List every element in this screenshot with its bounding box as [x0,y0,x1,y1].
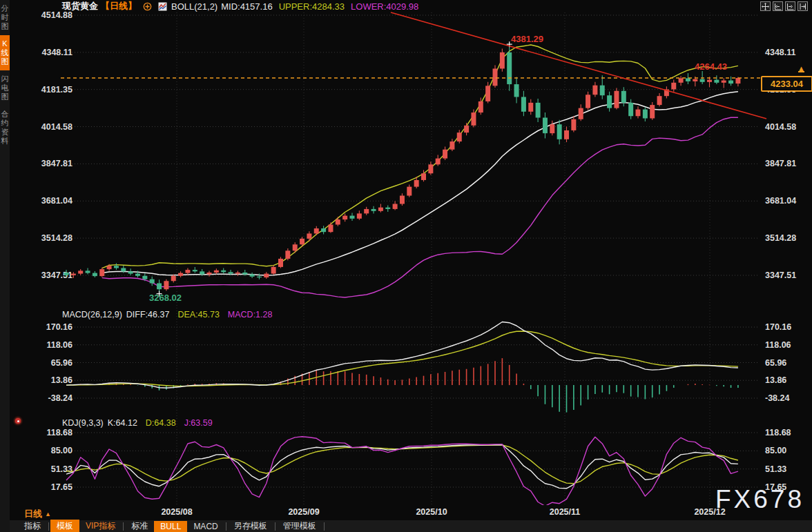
bottom-toolbar: 指标模板VIP指标标准BULLMACD另存模板管理模板 [10,520,812,532]
kdj-k-value: K:64.12 [108,418,137,428]
date-tick-label: 2025/09 [288,507,319,517]
axis-label: 170.16 [765,322,791,332]
chart-title-bar: 现货黄金 【日线】 BOLL(21,2) MID:4157.16 UPPER:4… [62,1,424,12]
last-price-badge: 4233.04 [761,76,812,92]
axis-label: 13.86 [51,375,72,385]
bottom-tab[interactable]: VIP指标 [79,520,122,532]
bottom-tab[interactable]: 模板 [50,520,79,532]
price-up-arrow-icon: ▲ [798,65,805,72]
axis-label: 65.96 [51,358,72,368]
axis-label: 3347.51 [765,270,796,280]
chevron-up-icon: ▲ [45,511,51,518]
axis-label: 3514.28 [765,233,796,243]
boll-upper-value: UPPER:4284.33 [279,1,345,12]
swing-low-label: 3268.02 [149,293,182,303]
watermark: FX678 [715,485,804,514]
macd-value: MACD:1.28 [228,310,273,319]
axis-label: 85.00 [51,446,72,455]
axis-label: -38.24 [48,393,72,403]
boll-lower-value: LOWER:4029.98 [351,1,418,12]
axis-label: 65.96 [765,358,786,368]
bottom-tab[interactable]: BULL [154,521,187,532]
axis-label: 170.16 [46,322,72,332]
symbol-name: 现货黄金 [62,0,98,12]
pan-icon[interactable] [760,1,771,11]
sidebar-item[interactable]: 闪电图 [0,70,10,106]
left-sidebar: 分时图K线图闪电图合约资料 [0,0,10,532]
bottom-tab[interactable]: MACD [187,521,224,532]
axis-label: 4348.11 [42,48,73,57]
indicator-chart-icon[interactable] [158,2,167,11]
recent-high-label: 4264.43 [695,61,727,72]
axis-label: 51.33 [765,464,786,474]
bottom-tab[interactable]: 标准 [125,520,154,532]
macd-params: MACD(26,12,9) [62,310,122,319]
axis-label: 85.00 [765,446,786,455]
period-label: 日线 [24,508,42,520]
toolbar-separator [324,522,325,531]
sidebar-item[interactable]: K线图 [0,35,10,70]
axis-label: 118.06 [765,340,791,350]
scroll-right-icon[interactable] [785,1,795,11]
scroll-left-icon[interactable] [773,1,783,11]
jump-latest-icon[interactable] [798,1,808,11]
add-indicator-icon[interactable] [143,2,152,11]
toolbar-separator [275,522,276,531]
boll-mid-value: MID:4157.16 [221,1,272,12]
bottom-tab[interactable]: 指标 [18,520,47,532]
axis-label: 4014.58 [765,122,796,132]
axis-label: 3681.04 [765,196,796,206]
kdj-j-value: J:63.59 [184,418,213,428]
date-tick-label: 2025/08 [161,507,192,517]
date-tick-label: 2025/11 [550,507,581,517]
period-selector[interactable]: 日线 ▲ [24,508,51,520]
axis-label: 3847.81 [765,159,796,168]
sidebar-item[interactable]: 合约资料 [0,106,10,150]
axis-label: 3347.51 [41,270,72,280]
axis-label: 3514.28 [41,233,72,243]
axis-label: 3847.81 [41,159,72,168]
kdj-d-value: D:64.38 [146,418,176,428]
chart-tool-buttons [760,1,808,11]
sidebar-item[interactable]: 分时图 [0,0,10,35]
toolbar-separator [48,522,49,531]
axis-label: -38.24 [765,393,789,403]
axis-label: 13.86 [765,375,786,385]
boll-label: BOLL(21,2) [171,1,218,12]
axis-label: 4014.58 [41,122,72,132]
date-tick-label: 2025/10 [416,507,447,517]
kdj-params: KDJ(9,3,3) [62,418,104,428]
macd-pane-header: MACD(26,12,9) DIFF:46.37 DEA:45.73 MACD:… [62,310,272,319]
axis-label: 118.68 [765,428,791,437]
axis-label: 118.68 [46,428,72,437]
axis-label: 51.33 [51,464,72,474]
kdj-settings-icon[interactable] [14,417,22,425]
axis-label: 3681.04 [41,196,72,206]
macd-dea-value: DEA:45.73 [177,310,219,319]
axis-label: 118.06 [46,340,72,350]
bottom-tab[interactable]: 另存模板 [228,520,273,532]
macd-diff-value: DIFF:46.37 [126,310,170,319]
toolbar-separator [226,522,226,531]
peak-price-label: 4381.29 [511,34,543,44]
axis-label: 17.65 [51,482,72,492]
period-tag: 【日线】 [101,0,137,12]
kdj-pane-header: KDJ(9,3,3) K:64.12 D:64.38 J:63.59 [62,418,213,428]
toolbar-separator [123,522,124,531]
axis-label: 4181.35 [41,85,72,95]
chart-canvas[interactable]: 4514.884348.114181.354014.583847.813681.… [0,0,812,532]
axis-label: 4348.11 [765,48,796,57]
bottom-tab[interactable]: 管理模板 [277,520,322,532]
